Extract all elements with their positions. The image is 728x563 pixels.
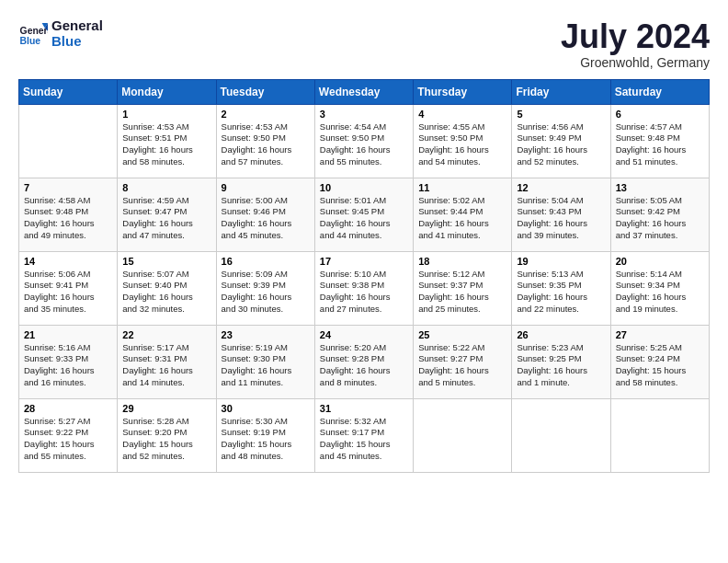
day-info: Sunrise: 5:09 AMSunset: 9:39 PMDaylight:… — [222, 269, 310, 316]
calendar-cell: 7Sunrise: 4:58 AMSunset: 9:48 PMDaylight… — [19, 178, 118, 251]
day-info: Sunrise: 5:23 AMSunset: 9:25 PMDaylight:… — [517, 342, 605, 389]
calendar-cell: 13Sunrise: 5:05 AMSunset: 9:42 PMDayligh… — [610, 178, 709, 251]
day-of-week-header: Saturday — [610, 79, 709, 104]
day-info: Sunrise: 5:30 AMSunset: 9:19 PMDaylight:… — [222, 416, 310, 463]
day-of-week-header: Wednesday — [314, 79, 413, 104]
day-of-week-header: Sunday — [19, 79, 118, 104]
calendar-cell — [610, 398, 709, 472]
day-info: Sunrise: 5:17 AMSunset: 9:31 PMDaylight:… — [122, 342, 210, 389]
day-number: 12 — [517, 182, 605, 193]
day-number: 10 — [320, 182, 408, 193]
calendar-cell: 29Sunrise: 5:28 AMSunset: 9:20 PMDayligh… — [118, 398, 216, 472]
calendar-cell: 22Sunrise: 5:17 AMSunset: 9:31 PMDayligh… — [118, 325, 216, 398]
calendar-cell: 17Sunrise: 5:10 AMSunset: 9:38 PMDayligh… — [314, 251, 413, 325]
day-number: 13 — [616, 182, 704, 193]
day-number: 4 — [418, 109, 506, 120]
calendar-week-row: 21Sunrise: 5:16 AMSunset: 9:33 PMDayligh… — [19, 325, 710, 398]
logo: General Blue General Blue — [18, 18, 103, 49]
day-info: Sunrise: 4:53 AMSunset: 9:51 PMDaylight:… — [122, 121, 210, 168]
location-subtitle: Groenwohld, Germany — [561, 55, 710, 70]
svg-text:General: General — [20, 26, 48, 36]
day-number: 9 — [222, 182, 310, 193]
calendar-cell: 5Sunrise: 4:56 AMSunset: 9:49 PMDaylight… — [512, 104, 610, 178]
day-info: Sunrise: 5:22 AMSunset: 9:27 PMDaylight:… — [418, 342, 506, 389]
day-number: 27 — [616, 329, 704, 340]
day-info: Sunrise: 4:53 AMSunset: 9:50 PMDaylight:… — [222, 121, 310, 168]
day-number: 1 — [122, 109, 210, 120]
day-number: 23 — [222, 329, 310, 340]
calendar-cell: 8Sunrise: 4:59 AMSunset: 9:47 PMDaylight… — [118, 178, 216, 251]
calendar-cell: 23Sunrise: 5:19 AMSunset: 9:30 PMDayligh… — [216, 325, 314, 398]
day-info: Sunrise: 5:01 AMSunset: 9:45 PMDaylight:… — [320, 195, 408, 242]
calendar-cell: 25Sunrise: 5:22 AMSunset: 9:27 PMDayligh… — [414, 325, 512, 398]
calendar-cell: 10Sunrise: 5:01 AMSunset: 9:45 PMDayligh… — [314, 178, 413, 251]
calendar-cell: 21Sunrise: 5:16 AMSunset: 9:33 PMDayligh… — [19, 325, 118, 398]
calendar-cell: 6Sunrise: 4:57 AMSunset: 9:48 PMDaylight… — [610, 104, 709, 178]
month-year-title: July 2024 — [561, 18, 710, 55]
day-number: 17 — [320, 256, 408, 267]
day-info: Sunrise: 4:59 AMSunset: 9:47 PMDaylight:… — [122, 195, 210, 242]
day-of-week-header: Tuesday — [216, 79, 314, 104]
day-info: Sunrise: 5:05 AMSunset: 9:42 PMDaylight:… — [616, 195, 704, 242]
day-number: 15 — [122, 256, 210, 267]
calendar-cell: 1Sunrise: 4:53 AMSunset: 9:51 PMDaylight… — [118, 104, 216, 178]
calendar-cell: 4Sunrise: 4:55 AMSunset: 9:50 PMDaylight… — [414, 104, 512, 178]
calendar-header-row: SundayMondayTuesdayWednesdayThursdayFrid… — [19, 79, 710, 104]
day-number: 11 — [418, 182, 506, 193]
calendar-cell: 9Sunrise: 5:00 AMSunset: 9:46 PMDaylight… — [216, 178, 314, 251]
day-number: 28 — [24, 403, 112, 414]
day-info: Sunrise: 5:10 AMSunset: 9:38 PMDaylight:… — [320, 269, 408, 316]
calendar-cell: 12Sunrise: 5:04 AMSunset: 9:43 PMDayligh… — [512, 178, 610, 251]
calendar-cell: 31Sunrise: 5:32 AMSunset: 9:17 PMDayligh… — [314, 398, 413, 472]
page-header: General Blue General Blue July 2024 Groe… — [18, 18, 710, 70]
calendar-cell: 11Sunrise: 5:02 AMSunset: 9:44 PMDayligh… — [414, 178, 512, 251]
calendar-cell: 20Sunrise: 5:14 AMSunset: 9:34 PMDayligh… — [610, 251, 709, 325]
day-of-week-header: Thursday — [414, 79, 512, 104]
calendar-cell: 26Sunrise: 5:23 AMSunset: 9:25 PMDayligh… — [512, 325, 610, 398]
day-number: 8 — [122, 182, 210, 193]
day-info: Sunrise: 4:56 AMSunset: 9:49 PMDaylight:… — [517, 121, 605, 168]
day-number: 6 — [616, 109, 704, 120]
calendar-cell: 18Sunrise: 5:12 AMSunset: 9:37 PMDayligh… — [414, 251, 512, 325]
day-number: 31 — [320, 403, 408, 414]
calendar-cell: 27Sunrise: 5:25 AMSunset: 9:24 PMDayligh… — [610, 325, 709, 398]
day-info: Sunrise: 5:19 AMSunset: 9:30 PMDaylight:… — [222, 342, 310, 389]
day-info: Sunrise: 4:58 AMSunset: 9:48 PMDaylight:… — [24, 195, 112, 242]
day-info: Sunrise: 4:54 AMSunset: 9:50 PMDaylight:… — [320, 121, 408, 168]
logo-text-general: General — [51, 18, 103, 34]
day-info: Sunrise: 5:28 AMSunset: 9:20 PMDaylight:… — [122, 416, 210, 463]
calendar-week-row: 14Sunrise: 5:06 AMSunset: 9:41 PMDayligh… — [19, 251, 710, 325]
day-info: Sunrise: 5:32 AMSunset: 9:17 PMDaylight:… — [320, 416, 408, 463]
day-of-week-header: Monday — [118, 79, 216, 104]
day-info: Sunrise: 5:07 AMSunset: 9:40 PMDaylight:… — [122, 269, 210, 316]
day-number: 24 — [320, 329, 408, 340]
calendar-cell: 28Sunrise: 5:27 AMSunset: 9:22 PMDayligh… — [19, 398, 118, 472]
day-number: 26 — [517, 329, 605, 340]
title-block: July 2024 Groenwohld, Germany — [561, 18, 710, 70]
calendar-cell: 15Sunrise: 5:07 AMSunset: 9:40 PMDayligh… — [118, 251, 216, 325]
calendar-cell: 30Sunrise: 5:30 AMSunset: 9:19 PMDayligh… — [216, 398, 314, 472]
day-info: Sunrise: 5:14 AMSunset: 9:34 PMDaylight:… — [616, 269, 704, 316]
calendar-cell: 19Sunrise: 5:13 AMSunset: 9:35 PMDayligh… — [512, 251, 610, 325]
day-number: 21 — [24, 329, 112, 340]
calendar-cell: 14Sunrise: 5:06 AMSunset: 9:41 PMDayligh… — [19, 251, 118, 325]
day-number: 19 — [517, 256, 605, 267]
day-number: 30 — [222, 403, 310, 414]
calendar-cell — [512, 398, 610, 472]
day-info: Sunrise: 5:06 AMSunset: 9:41 PMDaylight:… — [24, 269, 112, 316]
calendar-week-row: 28Sunrise: 5:27 AMSunset: 9:22 PMDayligh… — [19, 398, 710, 472]
logo-icon: General Blue — [18, 19, 48, 49]
calendar-week-row: 7Sunrise: 4:58 AMSunset: 9:48 PMDaylight… — [19, 178, 710, 251]
day-of-week-header: Friday — [512, 79, 610, 104]
calendar-cell — [414, 398, 512, 472]
day-number: 16 — [222, 256, 310, 267]
calendar-cell: 3Sunrise: 4:54 AMSunset: 9:50 PMDaylight… — [314, 104, 413, 178]
day-info: Sunrise: 5:04 AMSunset: 9:43 PMDaylight:… — [517, 195, 605, 242]
day-info: Sunrise: 4:55 AMSunset: 9:50 PMDaylight:… — [418, 121, 506, 168]
day-number: 2 — [222, 109, 310, 120]
calendar-cell — [19, 104, 118, 178]
logo-text-blue: Blue — [51, 34, 103, 50]
day-info: Sunrise: 5:12 AMSunset: 9:37 PMDaylight:… — [418, 269, 506, 316]
calendar-week-row: 1Sunrise: 4:53 AMSunset: 9:51 PMDaylight… — [19, 104, 710, 178]
svg-text:Blue: Blue — [20, 36, 41, 46]
